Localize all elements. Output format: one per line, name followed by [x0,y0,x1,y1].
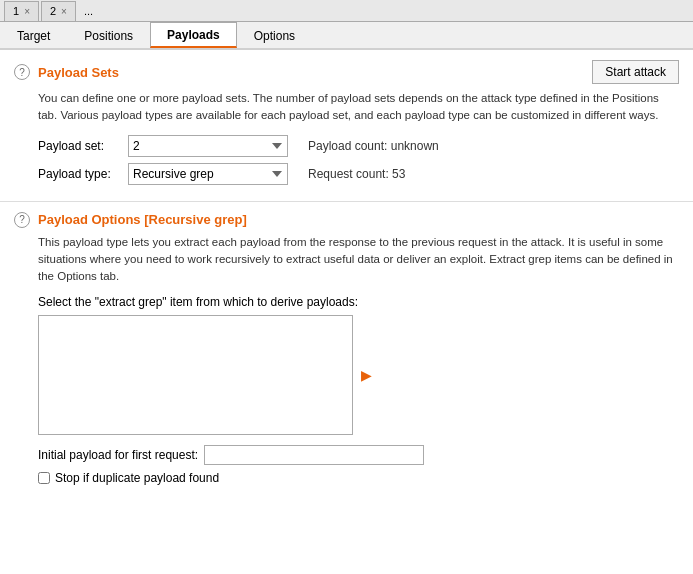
tab-top-1-label: 1 [13,5,19,17]
payload-type-row: Payload type: Simple list Runtime file C… [38,163,679,185]
payload-type-select[interactable]: Simple list Runtime file Custom iterator… [128,163,288,185]
grep-item-container: ▶ [38,315,679,435]
arrow-right-icon: ▶ [361,367,372,383]
payload-sets-help-icon[interactable]: ? [14,64,30,80]
stop-duplicate-label: Stop if duplicate payload found [55,471,219,485]
payload-sets-title: Payload Sets [38,65,119,80]
payload-sets-header: ? Payload Sets Start attack [14,60,679,84]
tab-top-2-close[interactable]: × [61,6,67,17]
initial-payload-row: Initial payload for first request: [38,445,679,465]
tab-options[interactable]: Options [237,22,312,48]
initial-payload-input[interactable] [204,445,424,465]
tab-target[interactable]: Target [0,22,67,48]
payload-sets-title-group: ? Payload Sets [14,64,119,80]
tab-top-1-close[interactable]: × [24,6,30,17]
tab-top-dots[interactable]: ... [78,3,99,19]
tab-top-2[interactable]: 2 × [41,1,76,21]
payload-sets-section: ? Payload Sets Start attack You can defi… [0,50,693,202]
nav-tabs: Target Positions Payloads Options [0,22,693,50]
top-tab-bar: 1 × 2 × ... [0,0,693,22]
start-attack-button[interactable]: Start attack [592,60,679,84]
payload-set-select[interactable]: 1 2 3 [128,135,288,157]
payload-sets-description: You can define one or more payload sets.… [38,90,679,125]
payload-options-description: This payload type lets you extract each … [38,234,679,286]
tab-payloads[interactable]: Payloads [150,22,237,48]
tab-top-2-label: 2 [50,5,56,17]
tab-positions[interactable]: Positions [67,22,150,48]
payload-options-title-group: ? Payload Options [Recursive grep] [14,212,247,228]
payload-options-help-icon[interactable]: ? [14,212,30,228]
select-grep-label: Select the "extract grep" item from whic… [38,295,679,309]
payload-set-row: Payload set: 1 2 3 Payload count: unknow… [38,135,679,157]
tab-top-1[interactable]: 1 × [4,1,39,21]
stop-duplicate-checkbox[interactable] [38,472,50,484]
payload-count-info: Payload count: unknown [308,139,439,153]
payload-options-header: ? Payload Options [Recursive grep] [14,212,679,228]
payload-type-label: Payload type: [38,167,128,181]
stop-duplicate-row: Stop if duplicate payload found [38,471,679,485]
grep-item-listbox[interactable] [38,315,353,435]
payload-set-label: Payload set: [38,139,128,153]
request-count-info: Request count: 53 [308,167,405,181]
payload-options-section: ? Payload Options [Recursive grep] This … [0,202,693,496]
payload-options-title: Payload Options [Recursive grep] [38,212,247,227]
initial-payload-label: Initial payload for first request: [38,448,198,462]
main-content: ? Payload Sets Start attack You can defi… [0,50,693,574]
